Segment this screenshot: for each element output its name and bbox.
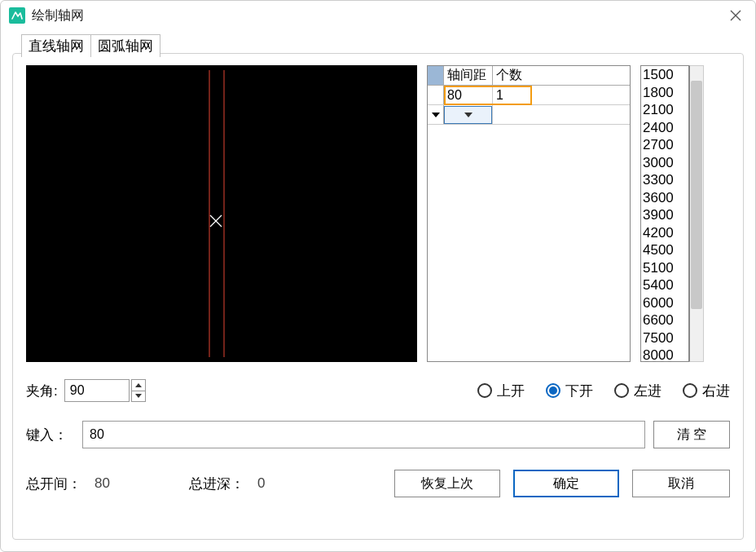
add-row-marker-icon	[428, 105, 444, 124]
preset-item[interactable]: 3600	[641, 189, 688, 207]
radio-label: 下开	[565, 382, 593, 400]
ok-button[interactable]: 确定	[513, 470, 619, 497]
clear-button[interactable]: 清 空	[653, 421, 730, 448]
preset-item[interactable]: 6000	[641, 294, 688, 312]
scrollbar-thumb[interactable]	[691, 81, 702, 309]
preset-scrollbar[interactable]	[689, 65, 704, 362]
total-depth-value: 0	[257, 475, 306, 492]
preset-column: 1500180021002400270030003300360039004200…	[640, 65, 705, 362]
grid-header: 轴间距 个数	[428, 66, 630, 86]
total-width-label: 总开间：	[26, 475, 81, 493]
preset-item[interactable]: 8000	[641, 347, 688, 362]
preset-item[interactable]: 5100	[641, 259, 688, 277]
titlebar: 绘制轴网	[1, 1, 755, 30]
grid-add-row[interactable]	[428, 105, 630, 125]
radio-circle-icon	[546, 383, 560, 398]
radio-circle-icon	[614, 383, 629, 398]
angle-spin-up[interactable]	[132, 380, 145, 391]
total-depth-label: 总进深：	[189, 475, 244, 493]
preset-item[interactable]: 3900	[641, 206, 688, 224]
angle-input[interactable]	[64, 379, 130, 402]
preset-item[interactable]: 2100	[641, 101, 688, 119]
radio-label: 左进	[634, 382, 662, 400]
preset-item[interactable]: 1800	[641, 84, 688, 102]
top-row: 轴间距 个数 80 1	[26, 65, 730, 362]
angle-row: 夹角: 上开下开左进右进	[26, 377, 730, 404]
entry-label: 键入：	[26, 426, 68, 444]
preset-item[interactable]: 1500	[641, 66, 688, 84]
restore-button[interactable]: 恢复上次	[394, 470, 500, 497]
span-dropdown-button[interactable]	[444, 106, 492, 124]
angle-spinner[interactable]	[131, 379, 146, 402]
preset-item[interactable]: 4200	[641, 224, 688, 242]
content-panel: 直线轴网 圆弧轴网	[12, 53, 744, 540]
radio-circle-icon	[683, 383, 697, 398]
preset-item[interactable]: 4500	[641, 241, 688, 259]
radio-up[interactable]: 上开	[477, 382, 525, 400]
preview-canvas	[26, 65, 417, 362]
preset-item[interactable]: 5400	[641, 276, 688, 294]
preset-item[interactable]: 6600	[641, 311, 688, 329]
tab-content: 轴间距 个数 80 1	[13, 54, 743, 539]
preset-item[interactable]: 7500	[641, 329, 688, 347]
grid-row[interactable]: 80 1	[428, 86, 630, 105]
cell-count-new[interactable]	[493, 105, 630, 124]
col-header-count[interactable]: 个数	[493, 66, 630, 85]
grid-corner[interactable]	[428, 66, 444, 85]
window-title: 绘制轴网	[32, 7, 84, 24]
cell-span[interactable]: 80	[444, 86, 493, 104]
entry-input[interactable]	[82, 421, 645, 448]
grid-preview	[26, 65, 417, 362]
radio-label: 上开	[497, 382, 525, 400]
preset-item[interactable]: 3300	[641, 171, 688, 189]
total-width-value: 80	[94, 475, 143, 492]
radio-circle-icon	[477, 383, 492, 398]
preset-list[interactable]: 1500180021002400270030003300360039004200…	[640, 65, 689, 362]
row-header[interactable]	[428, 86, 444, 104]
col-header-span[interactable]: 轴间距	[444, 66, 493, 85]
preset-item[interactable]: 3000	[641, 154, 688, 172]
entry-row: 键入： 清 空	[26, 421, 730, 448]
radio-left[interactable]: 左进	[614, 382, 662, 400]
axis-grid-table[interactable]: 轴间距 个数 80 1	[427, 65, 631, 362]
angle-spin-down[interactable]	[132, 391, 145, 402]
cancel-button[interactable]: 取消	[632, 470, 730, 497]
cell-count[interactable]: 1	[493, 86, 630, 104]
radio-down[interactable]: 下开	[546, 382, 593, 400]
direction-radio-group: 上开下开左进右进	[477, 382, 730, 400]
angle-label: 夹角:	[26, 382, 58, 400]
bottom-row: 总开间： 80 总进深： 0 恢复上次 确定 取消	[26, 470, 730, 497]
close-icon	[730, 10, 741, 21]
tab-linear-grid[interactable]: 直线轴网	[21, 34, 91, 57]
preset-item[interactable]: 2700	[641, 136, 688, 154]
radio-right[interactable]: 右进	[683, 382, 730, 400]
radio-label: 右进	[702, 382, 730, 400]
preset-item[interactable]: 2400	[641, 119, 688, 137]
close-button[interactable]	[724, 4, 747, 27]
app-icon	[9, 7, 25, 24]
dialog-window: 绘制轴网 直线轴网 圆弧轴网	[0, 0, 756, 552]
cell-span-new[interactable]	[444, 105, 493, 124]
